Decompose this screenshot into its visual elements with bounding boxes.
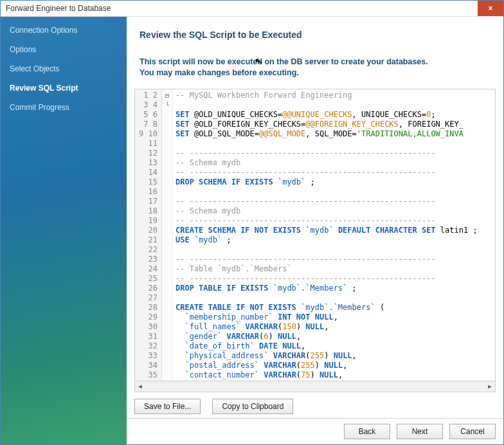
footer: Back Next Cancel [127, 418, 503, 444]
sidebar-item[interactable]: Options [1, 40, 127, 59]
close-button[interactable]: × [478, 1, 503, 16]
window-title: Forward Engineer to Database [6, 4, 478, 13]
main-panel: Review the SQL Script to be Executed ↖ T… [127, 17, 503, 444]
main-header: Review the SQL Script to be Executed ↖ T… [127, 17, 503, 85]
sidebar-item[interactable]: Review SQL Script [1, 78, 127, 98]
sql-editor[interactable]: 1 2 3 4 5 6 7 8 9 10 11 12 13 14 15 16 1… [134, 89, 496, 392]
scroll-right-icon[interactable]: ► [485, 381, 495, 392]
save-to-file-button[interactable]: Save to File... [134, 399, 201, 414]
sub-line1: This script will now be executed on the … [140, 57, 428, 66]
fold-gutter: ⊟ └ [162, 89, 173, 381]
sidebar-item[interactable]: Commit Progress [1, 98, 127, 117]
body: Connection OptionsOptionsSelect ObjectsR… [1, 17, 503, 444]
code-area[interactable]: -- MySQL Workbench Forward Engineering S… [173, 89, 495, 381]
page-subtitle: ↖ This script will now be executed on th… [140, 57, 491, 78]
horizontal-scrollbar[interactable]: ◄ ► [135, 381, 495, 392]
sidebar: Connection OptionsOptionsSelect ObjectsR… [1, 17, 127, 444]
next-button[interactable]: Next [397, 424, 443, 439]
wizard-window: Forward Engineer to Database × Connectio… [0, 0, 504, 445]
scroll-left-icon[interactable]: ◄ [135, 381, 145, 392]
copy-to-clipboard-button[interactable]: Copy to Clipboard [212, 399, 293, 414]
line-gutter: 1 2 3 4 5 6 7 8 9 10 11 12 13 14 15 16 1… [135, 89, 162, 381]
sidebar-item[interactable]: Select Objects [1, 59, 127, 78]
action-row: Save to File... Copy to Clipboard [127, 392, 503, 418]
titlebar: Forward Engineer to Database × [1, 1, 503, 17]
back-button[interactable]: Back [344, 424, 390, 439]
cancel-button[interactable]: Cancel [449, 424, 496, 439]
page-title: Review the SQL Script to be Executed [140, 30, 491, 40]
editor-area: 1 2 3 4 5 6 7 8 9 10 11 12 13 14 15 16 1… [135, 89, 495, 381]
sidebar-item[interactable]: Connection Options [1, 21, 127, 40]
close-icon: × [488, 4, 492, 13]
sub-line2: You may make changes before executing. [140, 68, 299, 77]
